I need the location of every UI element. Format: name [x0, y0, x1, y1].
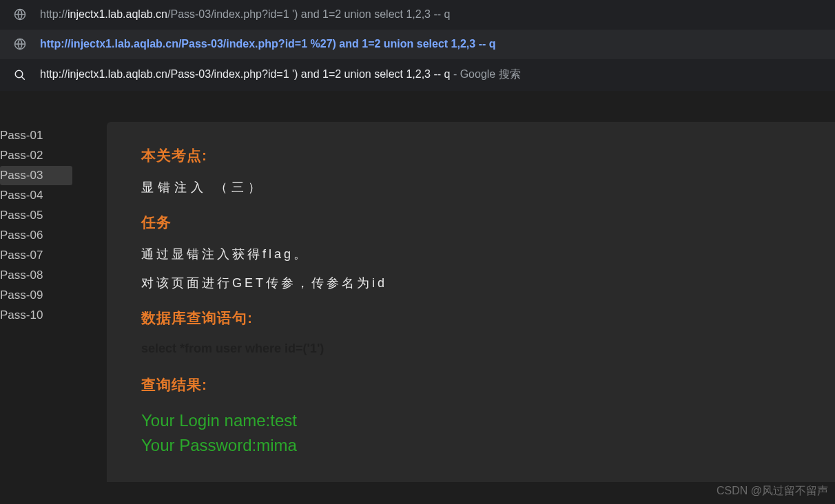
omnibox-suggestion-1[interactable]: http://injectx1.lab.aqlab.cn/Pass-03/ind… [0, 0, 835, 30]
content-panel: 本关考点: 显错注入 （三） 任务 通过显错注入获得flag。 对该页面进行GE… [107, 122, 835, 482]
sidebar-item-pass-08[interactable]: Pass-08 [0, 266, 72, 285]
heading-keypoint: 本关考点: [141, 146, 801, 165]
sidebar-item-pass-04[interactable]: Pass-04 [0, 186, 72, 205]
sidebar-item-pass-07[interactable]: Pass-07 [0, 246, 72, 265]
sidebar-item-pass-09[interactable]: Pass-09 [0, 286, 72, 305]
heading-sql: 数据库查询语句: [141, 308, 801, 328]
text-keypoint: 显错注入 （三） [141, 179, 801, 196]
omnibox-url-1: http://injectx1.lab.aqlab.cn/Pass-03/ind… [40, 8, 450, 21]
sidebar-item-pass-05[interactable]: Pass-05 [0, 206, 72, 225]
sidebar-item-pass-01[interactable]: Pass-01 [0, 126, 72, 145]
watermark: CSDN @风过留不留声 [717, 484, 828, 498]
result-line-2: Your Password:mima [141, 433, 801, 458]
search-icon [14, 69, 26, 81]
globe-icon [14, 38, 26, 50]
text-task-2: 对该页面进行GET传参，传参名为id [141, 275, 801, 291]
result-line-1: Your Login name:test [141, 408, 801, 433]
sidebar-item-pass-10[interactable]: Pass-10 [0, 306, 72, 325]
text-task-1: 通过显错注入获得flag。 [141, 246, 801, 262]
sidebar-item-pass-03[interactable]: Pass-03 [0, 166, 72, 185]
main-body: Pass-01Pass-02Pass-03Pass-04Pass-05Pass-… [0, 122, 835, 482]
browser-omnibox: http://injectx1.lab.aqlab.cn/Pass-03/ind… [0, 0, 835, 91]
svg-point-2 [15, 70, 23, 78]
sidebar-item-pass-02[interactable]: Pass-02 [0, 146, 72, 165]
omnibox-suggestion-2[interactable]: http://injectx1.lab.aqlab.cn/Pass-03/ind… [0, 30, 835, 59]
heading-result: 查询结果: [141, 375, 801, 395]
omnibox-url-2: http://injectx1.lab.aqlab.cn/Pass-03/ind… [40, 38, 496, 50]
globe-icon [14, 8, 26, 21]
heading-task: 任务 [141, 213, 801, 232]
sql-statement: select *from user where id=('1') [141, 342, 801, 356]
sidebar-item-pass-06[interactable]: Pass-06 [0, 226, 72, 245]
omnibox-suggestion-3[interactable]: http://injectx1.lab.aqlab.cn/Pass-03/ind… [0, 59, 835, 91]
sidebar-nav: Pass-01Pass-02Pass-03Pass-04Pass-05Pass-… [0, 122, 72, 482]
omnibox-url-3: http://injectx1.lab.aqlab.cn/Pass-03/ind… [40, 67, 521, 82]
